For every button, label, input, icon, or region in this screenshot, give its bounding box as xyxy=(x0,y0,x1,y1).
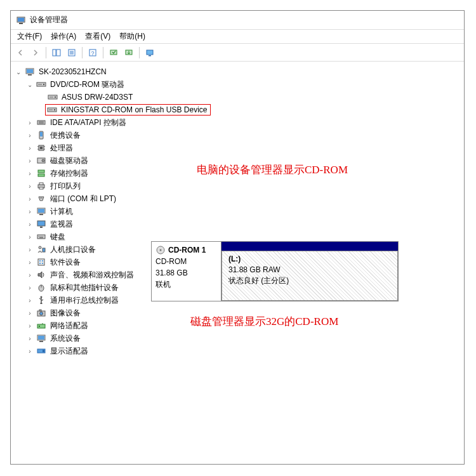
cpu-icon xyxy=(36,143,46,153)
svg-rect-51 xyxy=(40,227,43,228)
svg-rect-62 xyxy=(42,260,43,261)
svg-rect-77 xyxy=(38,336,44,340)
tree-root[interactable]: ⌄ SK-20230521HZCN xyxy=(13,65,461,78)
disk-size: 31.88 GB xyxy=(155,267,217,279)
caret-expanded-icon[interactable]: ⌄ xyxy=(26,81,34,88)
printer-icon xyxy=(36,181,46,191)
svg-rect-40 xyxy=(38,170,44,173)
toolbar-sep xyxy=(82,47,83,58)
svg-point-22 xyxy=(55,96,56,98)
tree-category-cpu[interactable]: › 处理器 xyxy=(13,142,461,154)
tree-category-monitor[interactable]: › 监视器 xyxy=(13,218,461,230)
svg-point-71 xyxy=(40,312,43,315)
caret-collapsed-icon[interactable]: › xyxy=(26,296,34,304)
svg-rect-72 xyxy=(39,310,41,311)
caret-collapsed-icon[interactable]: › xyxy=(26,208,34,215)
caret-collapsed-icon[interactable]: › xyxy=(26,284,34,291)
svg-rect-14 xyxy=(149,55,151,56)
software-icon xyxy=(36,257,46,267)
category-label: DVD/CD-ROM 驱动器 xyxy=(49,79,126,91)
svg-point-45 xyxy=(40,197,41,199)
tree-item-kingstar[interactable]: KINGSTAR CD-ROM on Flash USB Device xyxy=(13,103,461,116)
monitor-icon xyxy=(36,219,46,229)
caret-collapsed-icon[interactable]: › xyxy=(26,119,34,126)
monitor-button[interactable] xyxy=(143,46,157,60)
tree-category-portable[interactable]: › 便携设备 xyxy=(13,129,461,142)
caret-collapsed-icon[interactable]: › xyxy=(26,347,34,355)
svg-rect-61 xyxy=(39,260,41,261)
svg-rect-33 xyxy=(40,147,43,149)
caret-collapsed-icon[interactable]: › xyxy=(26,309,34,317)
properties-button[interactable] xyxy=(65,46,79,60)
camera-icon xyxy=(36,308,46,318)
svg-rect-57 xyxy=(39,237,43,238)
caret-collapsed-icon[interactable]: › xyxy=(26,246,34,253)
disk-manager-panel: CD-ROM 1 CD-ROM 31.88 GB 联机 (L:) 31.88 G… xyxy=(151,241,399,301)
caret-collapsed-icon[interactable]: › xyxy=(26,220,34,228)
caret-collapsed-icon[interactable]: › xyxy=(26,131,34,139)
highlight-box: KINGSTAR CD-ROM on Flash USB Device xyxy=(45,104,211,116)
partition-size: 31.88 GB RAW xyxy=(228,265,391,275)
caret-collapsed-icon[interactable]: › xyxy=(26,157,34,164)
disk-title: CD-ROM 1 xyxy=(168,244,206,256)
caret-collapsed-icon[interactable]: › xyxy=(26,258,34,266)
scan-button[interactable] xyxy=(107,46,121,60)
item-label: KINGSTAR CD-ROM on Flash USB Device xyxy=(60,105,209,115)
menu-file[interactable]: 文件(F) xyxy=(13,30,46,43)
svg-point-25 xyxy=(54,109,55,110)
menu-help[interactable]: 帮助(H) xyxy=(116,30,149,43)
category-label: 处理器 xyxy=(49,142,74,154)
item-label: ASUS DRW-24D3ST xyxy=(60,92,134,102)
nav-fwd-button[interactable] xyxy=(29,46,43,60)
menu-action[interactable]: 操作(A) xyxy=(47,30,80,43)
svg-rect-17 xyxy=(28,74,32,76)
category-label: 声音、视频和游戏控制器 xyxy=(49,269,135,281)
tree-category-ports[interactable]: › 端口 (COM 和 LPT) xyxy=(13,192,461,205)
svg-rect-60 xyxy=(38,259,44,265)
caret-collapsed-icon[interactable]: › xyxy=(26,169,34,177)
device-manager-window: 设备管理器 文件(F) 操作(A) 查看(V) 帮助(H) ? ⌄ SK-202… xyxy=(10,10,465,465)
annotation-text-1: 电脑的设备管理器显示CD-ROM xyxy=(197,162,348,177)
help-button[interactable]: ? xyxy=(86,46,100,60)
caret-collapsed-icon[interactable]: › xyxy=(26,144,34,152)
partition-cell[interactable]: (L:) 31.88 GB RAW 状态良好 (主分区) xyxy=(221,251,398,301)
caret-collapsed-icon[interactable]: › xyxy=(26,322,34,329)
disk-summary: CD-ROM 1 CD-ROM 31.88 GB 联机 xyxy=(152,242,221,301)
svg-rect-59 xyxy=(43,248,45,252)
partition-status: 状态良好 (主分区) xyxy=(228,275,391,286)
svg-rect-80 xyxy=(43,350,44,352)
nav-back-button[interactable] xyxy=(13,46,27,60)
caret-collapsed-icon[interactable]: › xyxy=(26,271,34,279)
tree-category-printq[interactable]: › 打印队列 xyxy=(13,180,461,192)
update-button[interactable] xyxy=(122,46,136,60)
caret-collapsed-icon[interactable]: › xyxy=(26,233,34,241)
tree-item-asus[interactable]: ASUS DRW-24D3ST xyxy=(13,91,461,103)
svg-rect-53 xyxy=(39,236,39,237)
show-hide-tree-button[interactable] xyxy=(50,46,63,60)
tree-category-ide[interactable]: › IDE ATA/ATAPI 控制器 xyxy=(13,116,461,129)
tree-category-dvd[interactable]: ⌄ DVD/CD-ROM 驱动器 xyxy=(13,78,461,91)
category-label: 系统设备 xyxy=(49,333,82,345)
caret-expanded-icon[interactable]: ⌄ xyxy=(15,68,22,76)
network-icon xyxy=(36,321,46,331)
dvd-drive-icon xyxy=(36,79,46,89)
svg-rect-20 xyxy=(38,84,42,85)
svg-rect-69 xyxy=(41,303,43,304)
caret-collapsed-icon[interactable]: › xyxy=(26,334,34,342)
tree-category-system[interactable]: › 系统设备 xyxy=(13,332,461,345)
caret-collapsed-icon[interactable]: › xyxy=(26,195,34,202)
category-label: 通用串行总线控制器 xyxy=(49,294,120,307)
dvd-drive-icon xyxy=(47,105,57,115)
tree-category-computer[interactable]: › 计算机 xyxy=(13,205,461,218)
svg-rect-3 xyxy=(53,50,56,56)
partition-stripe xyxy=(221,242,398,251)
category-label: 监视器 xyxy=(49,218,74,230)
svg-point-46 xyxy=(41,197,43,199)
menubar: 文件(F) 操作(A) 查看(V) 帮助(H) xyxy=(11,30,464,44)
disk-layout: (L:) 31.88 GB RAW 状态良好 (主分区) xyxy=(221,242,398,301)
svg-point-39 xyxy=(42,159,44,162)
svg-rect-44 xyxy=(39,187,43,189)
menu-view[interactable]: 查看(V) xyxy=(81,30,114,43)
tree-category-display[interactable]: › 显示适配器 xyxy=(13,345,461,357)
caret-collapsed-icon[interactable]: › xyxy=(26,182,34,190)
